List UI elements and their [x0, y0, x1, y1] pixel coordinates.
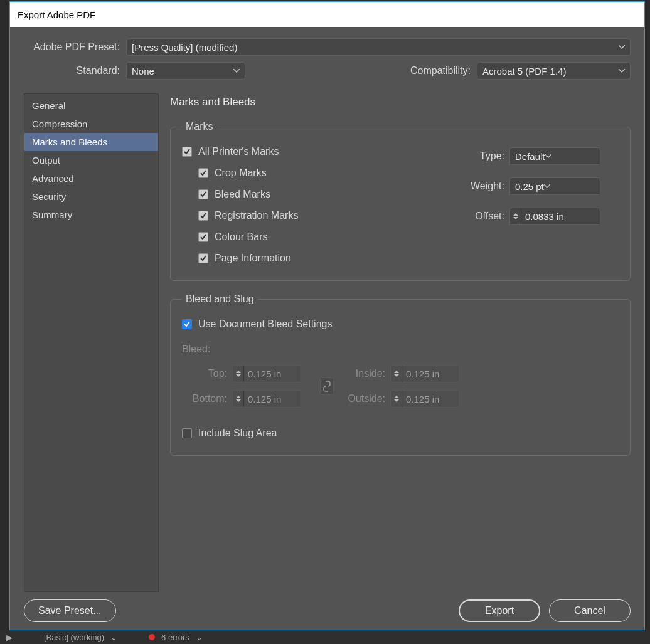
content-row: General Compression Marks and Bleeds Out… — [10, 93, 644, 592]
status-bar: ▶ [Basic] (working) ⌄ 6 errors ⌄ — [0, 630, 650, 644]
type-dropdown[interactable]: Default — [509, 147, 600, 165]
standard-dropdown[interactable]: None — [126, 62, 245, 80]
dialog-title-bar: Export Adobe PDF — [10, 2, 644, 27]
colour-bars-row[interactable]: Colour Bars — [198, 226, 456, 248]
chevron-down-icon — [544, 184, 550, 188]
compat-label: Compatibility: — [410, 65, 477, 77]
spinner-icon[interactable] — [391, 391, 402, 407]
crop-marks-checkbox[interactable] — [198, 168, 208, 178]
bleed-top-value: 0.125 in — [248, 369, 281, 379]
marks-and-bleeds-panel: Marks and Bleeds Marks All Printer's Mar… — [170, 93, 631, 592]
weight-value: 0.25 pt — [515, 181, 544, 192]
error-icon — [149, 634, 155, 640]
standard-value: None — [132, 66, 154, 77]
status-errors: 6 errors — [161, 633, 189, 642]
save-preset-button[interactable]: Save Preset... — [24, 599, 116, 622]
marks-legend: Marks — [182, 121, 217, 132]
include-slug-row[interactable]: Include Slug Area — [182, 423, 619, 444]
colour-bars-label: Colour Bars — [215, 231, 267, 243]
include-slug-label: Include Slug Area — [198, 428, 277, 439]
dialog-title: Export Adobe PDF — [18, 9, 95, 20]
bleed-marks-row[interactable]: Bleed Marks — [198, 184, 456, 205]
chevron-down-icon — [233, 69, 240, 73]
bleed-bottom-field[interactable]: 0.125 in — [232, 390, 301, 408]
type-label: Type: — [456, 150, 509, 162]
panel-title: Marks and Bleeds — [170, 96, 631, 108]
preset-value: [Press Quality] (modified) — [132, 42, 237, 53]
page-information-row[interactable]: Page Information — [198, 248, 456, 269]
category-sidebar: General Compression Marks and Bleeds Out… — [24, 93, 159, 592]
chevron-down-icon — [619, 69, 625, 73]
spinner-icon[interactable] — [391, 366, 402, 382]
page-information-checkbox[interactable] — [198, 253, 208, 263]
bleed-marks-checkbox[interactable] — [198, 189, 208, 199]
bleed-outside-label: Outside: — [340, 393, 390, 404]
bleed-inside-field[interactable]: 0.125 in — [390, 365, 459, 383]
spinner-icon[interactable] — [510, 208, 521, 224]
bleed-grid: Top: 0.125 in Bottom: 0.125 i — [182, 361, 619, 411]
offset-field[interactable]: 0.0833 in — [509, 208, 600, 225]
weight-label: Weight: — [456, 181, 509, 192]
bleed-outside-field[interactable]: 0.125 in — [390, 390, 459, 408]
crop-marks-label: Crop Marks — [215, 167, 267, 179]
chevron-down-icon — [545, 154, 551, 158]
use-doc-bleed-checkbox[interactable] — [182, 319, 192, 329]
all-printers-marks-label: All Printer's Marks — [198, 146, 279, 157]
cancel-button[interactable]: Cancel — [549, 599, 631, 622]
status-doc: [Basic] (working) — [44, 633, 104, 642]
offset-label: Offset: — [456, 211, 509, 222]
bleed-top-field[interactable]: 0.125 in — [232, 365, 301, 383]
bleed-outside-value: 0.125 in — [406, 394, 439, 404]
bleed-top-label: Top: — [182, 368, 232, 379]
spinner-icon[interactable] — [233, 391, 244, 407]
sidebar-item-advanced[interactable]: Advanced — [24, 169, 158, 187]
bleed-bottom-value: 0.125 in — [248, 394, 281, 404]
link-values-icon[interactable] — [320, 377, 334, 395]
export-button[interactable]: Export — [459, 599, 540, 622]
spinner-icon[interactable] — [233, 366, 244, 382]
chevron-down-icon: ⌄ — [110, 633, 117, 642]
preset-label: Adobe PDF Preset: — [24, 41, 126, 53]
registration-marks-row[interactable]: Registration Marks — [198, 205, 456, 226]
sidebar-item-summary[interactable]: Summary — [24, 206, 158, 224]
offset-value: 0.0833 in — [525, 211, 564, 222]
chevron-down-icon: ⌄ — [196, 633, 203, 642]
bleed-and-slug-group: Bleed and Slug Use Document Bleed Settin… — [170, 293, 631, 456]
compat-dropdown[interactable]: Acrobat 5 (PDF 1.4) — [477, 62, 631, 80]
play-icon: ▶ — [6, 633, 13, 642]
compat-value: Acrobat 5 (PDF 1.4) — [482, 66, 566, 77]
sidebar-item-security[interactable]: Security — [24, 187, 158, 206]
sidebar-item-marks-and-bleeds[interactable]: Marks and Bleeds — [24, 133, 158, 151]
colour-bars-checkbox[interactable] — [198, 232, 208, 242]
registration-marks-label: Registration Marks — [215, 210, 298, 221]
dialog-body: Adobe PDF Preset: [Press Quality] (modif… — [10, 27, 644, 630]
include-slug-checkbox[interactable] — [182, 428, 192, 438]
bleed-label: Bleed: — [182, 344, 619, 355]
page-information-label: Page Information — [215, 253, 291, 264]
bleed-legend: Bleed and Slug — [182, 293, 258, 305]
standard-label: Standard: — [24, 65, 126, 77]
export-pdf-dialog: Export Adobe PDF Adobe PDF Preset: [Pres… — [9, 1, 645, 630]
weight-dropdown[interactable]: 0.25 pt — [509, 177, 600, 195]
sidebar-item-compression[interactable]: Compression — [24, 115, 158, 133]
marks-group: Marks All Printer's Marks Crop Marks — [170, 121, 631, 281]
dialog-footer: Save Preset... Export Cancel — [10, 592, 644, 630]
bleed-marks-label: Bleed Marks — [215, 189, 270, 200]
chevron-down-icon — [619, 45, 625, 49]
bleed-inside-label: Inside: — [340, 368, 390, 379]
all-printers-marks-checkbox[interactable] — [182, 147, 192, 157]
preset-dropdown[interactable]: [Press Quality] (modified) — [126, 38, 631, 56]
use-doc-bleed-row[interactable]: Use Document Bleed Settings — [182, 314, 619, 335]
sidebar-item-output[interactable]: Output — [24, 151, 158, 169]
bleed-inside-value: 0.125 in — [406, 369, 439, 379]
all-printers-marks-row[interactable]: All Printer's Marks — [182, 141, 456, 162]
use-doc-bleed-label: Use Document Bleed Settings — [198, 319, 332, 330]
bleed-bottom-label: Bottom: — [182, 393, 232, 404]
registration-marks-checkbox[interactable] — [198, 211, 208, 221]
crop-marks-row[interactable]: Crop Marks — [198, 162, 456, 184]
sidebar-item-general[interactable]: General — [24, 97, 158, 115]
type-value: Default — [515, 151, 545, 162]
header-section: Adobe PDF Preset: [Press Quality] (modif… — [10, 27, 644, 93]
